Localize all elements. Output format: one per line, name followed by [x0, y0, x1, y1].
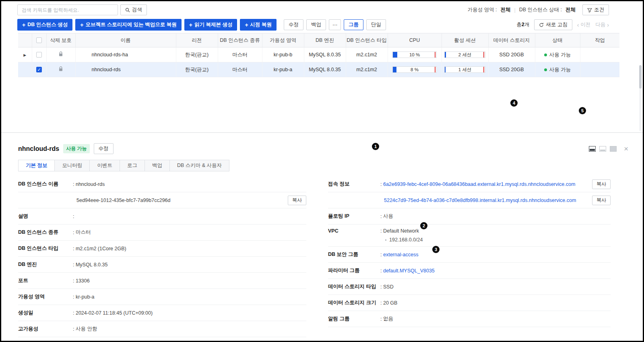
detail-row-connection-internal: 5224c7d9-75ed-4b74-a036-c7d0e8dfb998.int… — [328, 192, 611, 208]
col-header-delete-protection: 삭제 보호 — [46, 33, 75, 47]
vertical-scrollbar[interactable] — [639, 65, 642, 131]
detail-modify-button[interactable]: 수정 — [94, 143, 114, 154]
col-header-select — [32, 33, 46, 47]
instance-name: nhncloud-rds — [75, 62, 176, 77]
point-in-time-restore-button[interactable]: + 시점 복원 — [240, 19, 277, 31]
view-mode-group-button[interactable]: 그룹 — [344, 19, 363, 30]
col-header-instance-type: DB 인스턴스 타입 — [346, 33, 388, 47]
copy-external-endpoint-button[interactable]: 복사 — [592, 179, 611, 189]
search-button[interactable]: 검색 — [120, 4, 147, 15]
modify-button[interactable]: 수정 — [284, 19, 303, 30]
restore-from-object-storage-button[interactable]: + 오브젝트 스토리지에 있는 백업으로 복원 — [75, 19, 182, 31]
session-meter: 1 세션 — [444, 66, 485, 73]
panel-layout-small-icon[interactable] — [599, 146, 606, 152]
create-instance-button[interactable]: + DB 인스턴스 생성 — [17, 19, 72, 31]
detail-tabs: 기본 정보 모니터링 이벤트 로그 백업 DB 스키마 & 사용자 — [18, 160, 643, 171]
chevron-right-icon: › — [607, 22, 609, 28]
status-badge: 사용 가능 — [63, 144, 89, 153]
topbar: 검색 가용성 영역 : 전체 | DB 인스턴스 상태 : 전체 조건 — [1, 1, 643, 17]
col-header-region: 리전 — [176, 33, 218, 47]
state-filter-value[interactable]: 전체 — [566, 6, 576, 13]
annotation-marker-5: 5 — [579, 107, 586, 114]
col-header-expand — [18, 33, 32, 47]
instance-status: 사용 가능 — [535, 62, 580, 77]
toolbar-actions: + DB 인스턴스 생성 + 오브젝트 스토리지에 있는 백업으로 복원 + 읽… — [17, 19, 386, 31]
filter-separator: | — [514, 7, 515, 13]
cpu-threshold-marker — [435, 67, 436, 72]
col-header-sessions: 활성 세션 — [442, 33, 488, 47]
session-meter: 2 세션 — [444, 52, 485, 58]
instance-kind: 마스터 — [218, 47, 262, 62]
tab-events[interactable]: 이벤트 — [90, 160, 120, 171]
instance-detail-panel: nhncloud-rds 사용 가능 수정 × 기본 정보 모니터링 이벤트 로… — [1, 132, 643, 342]
col-header-name: 이름 — [75, 33, 176, 47]
vpc-subnet: 192.168.0.0/24 — [380, 237, 423, 243]
instance-storage: SSD 20GB — [488, 62, 535, 77]
total-count-text: 총2개 — [516, 21, 529, 28]
status-text: 사용 가능 — [549, 67, 571, 72]
tab-logs[interactable]: 로그 — [120, 160, 145, 171]
status-ok-dot — [544, 54, 547, 56]
lock-icon — [58, 66, 63, 73]
instance-type: m2.c1m2 — [346, 62, 388, 77]
az-filter-label: 가용성 영역 : — [468, 6, 497, 13]
annotation-marker-4: 4 — [510, 99, 518, 107]
detail-row-instance-name: DB 인스턴스 이름 nhncloud-rds — [18, 176, 306, 192]
detail-body: DB 인스턴스 이름 nhncloud-rds 5ed94eee-1012-43… — [1, 171, 643, 337]
parameter-group-link[interactable]: default.MYSQL_V8035 — [383, 268, 435, 274]
filter-funnel-icon — [587, 8, 592, 12]
table-row-nhncloud-rds[interactable]: nhncloud-rds 한국(판교) 마스터 kr-pub-a MySQL 8… — [18, 62, 619, 77]
tab-basic-info[interactable]: 기본 정보 — [18, 160, 55, 171]
external-endpoint-link[interactable]: 6a2e6939-febc-4cef-809e-06a68436baad.ext… — [383, 181, 575, 187]
table-row-nhncloud-rds-ha[interactable]: ▶ nhncloud-rds-ha 한국(판교) 마스터 kr-pub-b My… — [18, 47, 619, 62]
prev-page-button[interactable]: ‹ 이전 — [577, 21, 591, 28]
col-header-engine: DB 엔진 — [304, 33, 346, 47]
detail-row-az: 가용성 영역 kr-pub-a — [18, 289, 306, 305]
row-checkbox[interactable] — [36, 52, 42, 58]
detail-row-storage-size: 데이터 스토리지 크기 20 GB — [328, 295, 611, 311]
copy-uuid-button[interactable]: 복사 — [288, 196, 306, 205]
detail-row-created: 생성일 2024-02-07 11:18:45 (UTC+09:00) — [18, 305, 306, 321]
col-header-az: 가용성 영역 — [262, 33, 304, 47]
col-header-cpu: CPU — [388, 33, 442, 47]
toolbar-pagination: 총2개 새로 고침 ‹ 이전 다음 › — [516, 19, 609, 30]
security-group-link[interactable]: external-access — [383, 252, 419, 258]
panel-layout-full-icon[interactable] — [610, 146, 617, 152]
cpu-meter: 8 % — [392, 66, 437, 73]
tab-backup[interactable]: 백업 — [145, 160, 170, 171]
next-page-button[interactable]: 다음 › — [595, 21, 609, 28]
instance-region: 한국(판교) — [176, 47, 218, 62]
instance-action-cell — [580, 62, 619, 77]
expand-cell — [18, 62, 32, 77]
toolbar: + DB 인스턴스 생성 + 오브젝트 스토리지에 있는 백업으로 복원 + 읽… — [1, 17, 643, 31]
tab-db-schema-users[interactable]: DB 스키마 & 사용자 — [170, 160, 229, 171]
col-header-action: 작업 — [580, 33, 619, 47]
close-detail-icon[interactable]: × — [624, 145, 628, 152]
view-mode-single-button[interactable]: 단일 — [366, 19, 386, 30]
annotation-marker-1: 1 — [372, 143, 379, 150]
more-actions-button[interactable]: ⋯ — [329, 19, 341, 30]
annotation-marker-2: 2 — [420, 222, 427, 229]
panel-layout-controls — [589, 146, 617, 152]
select-all-checkbox[interactable] — [36, 37, 42, 43]
refresh-icon — [539, 23, 544, 27]
instance-table: 삭제 보호 이름 리전 DB 인스턴스 종류 가용성 영역 DB 엔진 DB 인… — [18, 33, 619, 77]
row-checkbox-checked[interactable] — [36, 67, 42, 72]
az-filter-value[interactable]: 전체 — [500, 6, 510, 13]
internal-endpoint-link[interactable]: 5224c7d9-75ed-4b74-a036-c7d0e8dfb998.int… — [384, 198, 576, 203]
backup-button[interactable]: 백업 — [306, 19, 326, 30]
copy-internal-endpoint-button[interactable]: 복사 — [592, 196, 611, 205]
detail-row-instance-uuid: 5ed94eee-1012-435e-bfc7-7a99b7cc296d 복사 — [18, 192, 306, 208]
refresh-button[interactable]: 새로 고침 — [534, 19, 572, 30]
create-read-replica-button[interactable]: + 읽기 복제본 생성 — [184, 19, 237, 31]
tab-monitoring[interactable]: 모니터링 — [55, 160, 90, 171]
condition-button[interactable]: 조건 — [582, 4, 609, 15]
session-threshold-marker — [483, 52, 484, 58]
instance-region: 한국(판교) — [176, 62, 218, 77]
expand-row-icon[interactable]: ▶ — [23, 53, 26, 57]
search-button-label: 검색 — [132, 6, 142, 13]
panel-layout-half-icon[interactable] — [589, 146, 596, 152]
detail-row-instance-kind: DB 인스턴스 종류 마스터 — [18, 225, 306, 241]
scrollbar-thumb[interactable] — [639, 65, 642, 89]
search-input[interactable] — [17, 4, 118, 15]
